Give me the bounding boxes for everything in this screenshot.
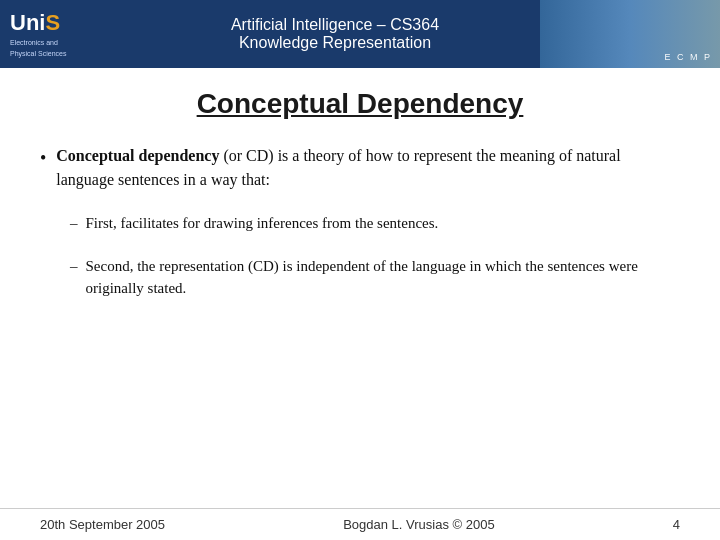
logo-area: UniS Electronics and Physical Sciences — [0, 0, 130, 68]
header-title-line1: Artificial Intelligence – CS364 — [231, 16, 439, 34]
header: UniS Electronics and Physical Sciences A… — [0, 0, 720, 68]
main-bullet: • Conceptual dependency (or CD) is a the… — [40, 144, 680, 192]
footer: 20th September 2005 Bogdan L. Vrusias © … — [0, 508, 720, 540]
logo-uni-text: Uni — [10, 10, 45, 36]
sub-bullet-1: – First, facilitates for drawing inferen… — [70, 212, 680, 235]
logo-unis: UniS — [10, 10, 60, 36]
bullet-text: Conceptual dependency (or CD) is a theor… — [56, 144, 680, 192]
footer-author: Bogdan L. Vrusias © 2005 — [343, 517, 494, 532]
bold-term: Conceptual dependency — [56, 147, 219, 164]
sub-bullet-2: – Second, the representation (CD) is ind… — [70, 255, 680, 300]
footer-page: 4 — [673, 517, 680, 532]
footer-date: 20th September 2005 — [40, 517, 165, 532]
header-title-area: Artificial Intelligence – CS364 Knowledg… — [130, 0, 540, 68]
logo-s-text: S — [45, 10, 60, 36]
ecmp-label: E C M P — [664, 52, 712, 62]
bullet-dot: • — [40, 145, 46, 172]
slide-title: Conceptual Dependency — [40, 88, 680, 120]
slide-content: Conceptual Dependency • Conceptual depen… — [0, 68, 720, 330]
sub-text-2: Second, the representation (CD) is indep… — [86, 255, 681, 300]
header-images: E C M P — [540, 0, 720, 68]
logo-subtitle2: Physical Sciences — [10, 49, 66, 58]
sub-dash-2: – — [70, 255, 78, 278]
sub-text-1: First, facilitates for drawing inference… — [86, 212, 681, 235]
logo-subtitle1: Electronics and — [10, 38, 58, 47]
header-title-line2: Knowledge Representation — [239, 34, 431, 52]
sub-dash-1: – — [70, 212, 78, 235]
sub-bullets: – First, facilitates for drawing inferen… — [70, 212, 680, 300]
